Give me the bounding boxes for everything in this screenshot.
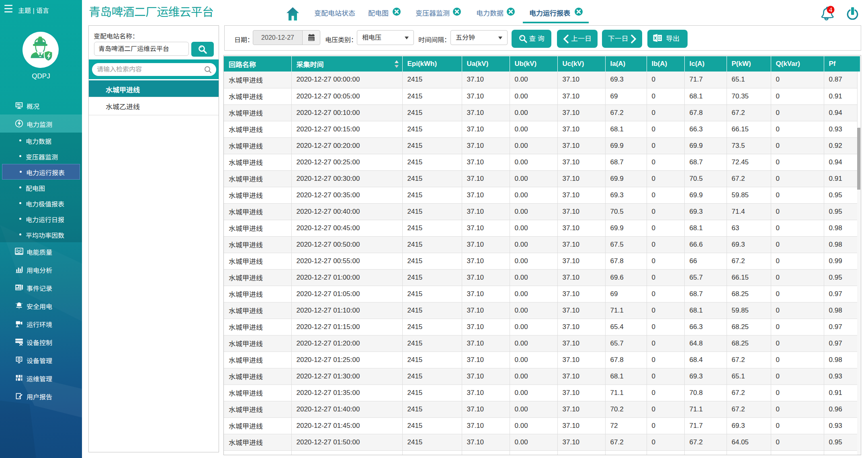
svg-text:4: 4: [829, 6, 833, 14]
